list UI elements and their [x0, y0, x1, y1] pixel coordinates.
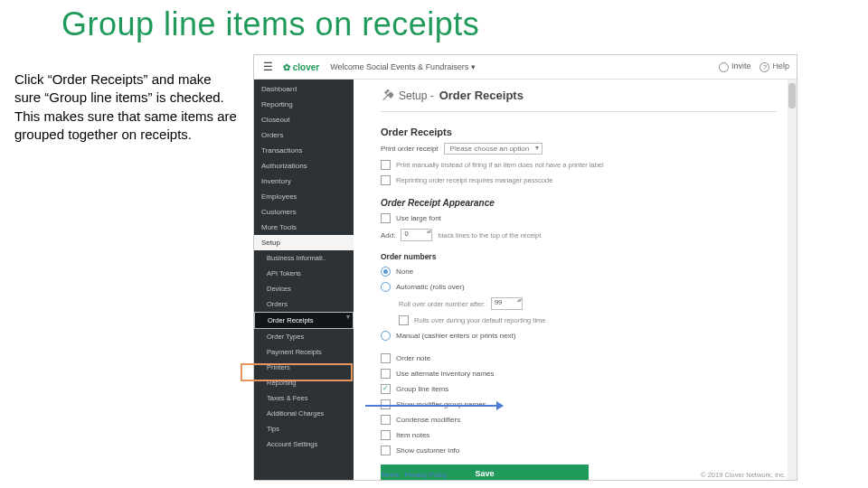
rollover-input[interactable]: 99	[491, 297, 523, 310]
checkbox-alt-inventory[interactable]	[381, 369, 391, 379]
menu-icon[interactable]: ☰	[261, 61, 274, 73]
sidebar-sub-taxes-fees[interactable]: Taxes & Fees	[254, 390, 354, 406]
slide-title: Group line items on receipts	[61, 5, 479, 43]
help-link[interactable]: ?Help	[760, 61, 789, 71]
sidebar-item-dashboard[interactable]: Dashboard	[254, 81, 354, 97]
radio-none[interactable]	[381, 267, 391, 277]
label-order-note: Order note	[396, 354, 430, 362]
rollover-label: Roll over order number after:	[399, 300, 486, 308]
scrollbar[interactable]	[788, 80, 797, 481]
sidebar-sub-order-types[interactable]: Order Types	[254, 329, 354, 344]
label-radio-auto: Automatic (rolls over)	[396, 283, 465, 291]
sidebar-sub-account-settings[interactable]: Account Settings	[254, 436, 354, 452]
label-radio-none: None	[396, 267, 413, 276]
print-label: Print order receipt	[381, 145, 439, 153]
label-customer-info: Show customer info	[396, 446, 459, 455]
sidebar-item-more-tools[interactable]: More Tools	[254, 220, 354, 235]
sidebar-item-closeout[interactable]: Closeout	[254, 112, 354, 127]
label-condense-modifiers: Condense modifiers	[396, 416, 460, 424]
checkbox-item-notes[interactable]	[381, 430, 391, 440]
link-terms[interactable]: Terms	[381, 471, 399, 479]
sidebar-item-customers[interactable]: Customers	[254, 204, 354, 220]
sidebar-sub-order-receipts[interactable]: Order Receipts	[254, 312, 354, 329]
label-radio-manual: Manual (cashier enters or prints next)	[396, 332, 516, 340]
checkbox-large-font[interactable]	[381, 213, 391, 223]
sidebar-sub-api-tokens[interactable]: API Tokens	[254, 266, 354, 281]
app-topbar: ☰ ✿ clover Welcome Social Events & Fundr…	[254, 55, 797, 80]
screenshot-frame: ☰ ✿ clover Welcome Social Events & Fundr…	[253, 54, 797, 481]
add-lines-input[interactable]: 0	[401, 229, 432, 241]
radio-automatic[interactable]	[381, 282, 391, 292]
label-group-line-items: Group line items	[396, 385, 448, 393]
instruction-text: Click “Order Receipts” and make sure “Gr…	[14, 70, 241, 144]
sidebar-item-setup[interactable]: Setup	[254, 235, 354, 250]
checkbox-order-note[interactable]	[381, 353, 391, 363]
label-alt-inventory: Use alternate inventory names	[396, 370, 495, 378]
clover-logo: ✿ clover	[283, 62, 319, 72]
sidebar-item-reporting[interactable]: Reporting	[254, 97, 354, 112]
checkbox-reprint-passcode[interactable]	[381, 175, 391, 185]
merchant-switcher[interactable]: Welcome Social Events & Fundraisers ▾	[330, 62, 475, 71]
sidebar-sub-orders[interactable]: Orders	[254, 296, 354, 312]
sidebar-sub-additional-charges[interactable]: Additional Charges	[254, 406, 354, 421]
sidebar-item-authorizations[interactable]: Authorizations	[254, 158, 354, 174]
label-reprint-passcode: Reprinting order receipt requires manage…	[396, 176, 552, 184]
label-rollover-note: Rolls over during your default reporting…	[414, 316, 546, 324]
wrench-icon	[381, 89, 393, 102]
section-order-receipts: Order Receipts	[381, 127, 777, 137]
section-order-numbers: Order numbers	[381, 252, 777, 261]
sidebar-sub-tips[interactable]: Tips	[254, 421, 354, 436]
help-icon: ?	[760, 62, 769, 72]
sidebar-sub-business-info[interactable]: Business Informati..	[254, 250, 354, 266]
label-print-manual: Print manually instead of firing if an i…	[396, 161, 604, 169]
sidebar-sub-devices[interactable]: Devices	[254, 281, 354, 296]
sidebar-item-transactions[interactable]: Transactions	[254, 143, 354, 158]
link-privacy[interactable]: Privacy Policy	[405, 471, 448, 479]
page-heading: Setup - Order Receipts	[381, 89, 777, 102]
footer: Terms Privacy Policy © 2019 Clover Netwo…	[381, 471, 786, 479]
print-select[interactable]: Please choose an option	[444, 143, 543, 155]
person-icon	[719, 62, 729, 72]
sidebar-item-orders[interactable]: Orders	[254, 127, 354, 143]
add-lines-tail: black lines to the top of the receipt	[438, 231, 541, 239]
add-lines-label: Add:	[381, 231, 395, 239]
sidebar-sub-reporting[interactable]: Reporting	[254, 375, 354, 390]
sidebar-sub-payment-receipts[interactable]: Payment Receipts	[254, 344, 354, 360]
section-appearance: Order Receipt Appearance	[381, 198, 777, 208]
sidebar: Dashboard Reporting Closeout Orders Tran…	[254, 80, 354, 481]
checkbox-condense-modifiers[interactable]	[381, 415, 391, 425]
sidebar-sub-printers[interactable]: Printers	[254, 360, 354, 375]
label-item-notes: Item notes	[396, 431, 429, 439]
checkbox-group-line-items[interactable]	[381, 384, 391, 394]
label-large-font: Use large font	[396, 214, 441, 222]
sidebar-item-inventory[interactable]: Inventory	[254, 174, 354, 189]
scroll-thumb[interactable]	[788, 83, 796, 108]
checkbox-rollover-note[interactable]	[399, 315, 409, 325]
invite-link[interactable]: Invite	[719, 61, 751, 71]
copyright: © 2019 Clover Network, Inc.	[701, 471, 786, 479]
checkbox-print-manual[interactable]	[381, 160, 391, 170]
checkbox-customer-info[interactable]	[381, 446, 391, 455]
main-panel: Setup - Order Receipts Order Receipts Pr…	[354, 80, 797, 481]
radio-manual[interactable]	[381, 331, 391, 341]
callout-arrow	[365, 405, 503, 407]
sidebar-item-employees[interactable]: Employees	[254, 189, 354, 204]
